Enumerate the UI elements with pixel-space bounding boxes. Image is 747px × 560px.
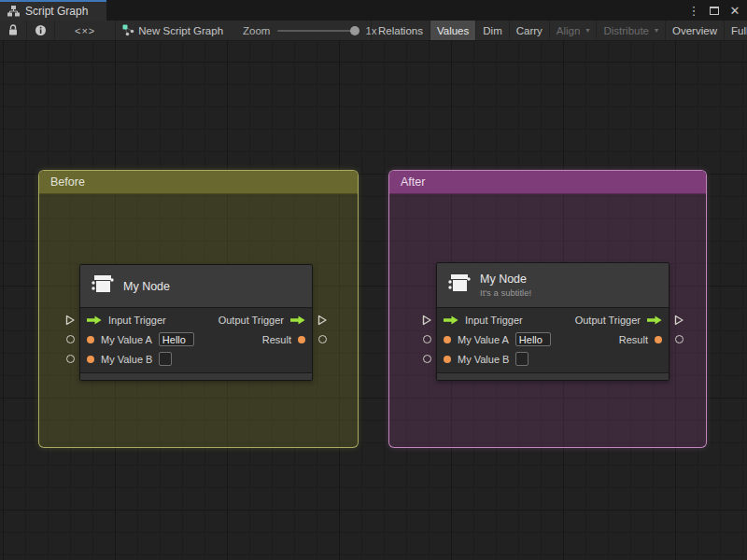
group-before-header[interactable]: Before xyxy=(39,171,358,194)
group-title: After xyxy=(401,175,425,189)
tab-script-graph[interactable]: Script Graph xyxy=(0,0,106,21)
port-label-result: Result xyxy=(619,334,648,345)
value-input-connector-icon[interactable] xyxy=(423,329,431,349)
flow-output-connector-icon[interactable] xyxy=(673,310,684,329)
graph-hierarchy-icon xyxy=(7,6,20,17)
flow-input-port-icon[interactable] xyxy=(444,315,458,325)
flow-input-connector-icon[interactable] xyxy=(421,310,432,329)
port-label-input-trigger: Input Trigger xyxy=(108,315,166,326)
port-label-my-value-a: My Value A xyxy=(101,334,152,345)
port-row-value-b: My Value B xyxy=(437,349,669,369)
node-title: My Node xyxy=(480,273,531,286)
flow-input-port-icon[interactable] xyxy=(87,315,102,325)
tab-bar: Script Graph ⋮ ✕ xyxy=(0,0,747,21)
edit-source-icon[interactable]: <×> xyxy=(55,21,115,40)
external-output-ports xyxy=(673,310,684,349)
value-output-connector-icon[interactable] xyxy=(318,329,327,349)
toolbar-button-dim[interactable]: Dim xyxy=(476,21,508,40)
group-after-header[interactable]: After xyxy=(389,171,706,194)
window-menu-icon[interactable]: ⋮ xyxy=(685,2,702,19)
my-value-a-input[interactable] xyxy=(159,332,194,346)
external-output-ports xyxy=(317,310,328,349)
zoom-control: Zoom 1x xyxy=(243,21,377,40)
node-title: My Node xyxy=(123,280,170,293)
value-input-connector-icon[interactable] xyxy=(423,349,431,369)
value-output-connector-icon[interactable] xyxy=(675,329,684,349)
unit-icon xyxy=(90,272,115,301)
flow-output-connector-icon[interactable] xyxy=(317,310,328,329)
flow-output-port-icon[interactable] xyxy=(647,315,662,325)
graph-toolbar: <×> New Script Graph Zoom xyxy=(0,21,747,41)
dropdown-arrow-icon: ▾ xyxy=(655,26,658,35)
close-icon[interactable]: ✕ xyxy=(726,2,743,19)
port-row-trigger: Input Trigger Output Trigger xyxy=(80,310,312,329)
external-input-ports xyxy=(64,310,76,369)
node-footer xyxy=(437,372,669,380)
toolbar-button-carry[interactable]: Carry xyxy=(510,21,549,40)
my-value-a-input[interactable] xyxy=(515,332,551,346)
graph-breadcrumb-button[interactable]: New Script Graph xyxy=(116,21,230,40)
zoom-slider[interactable] xyxy=(277,30,358,32)
external-input-ports xyxy=(421,310,432,369)
node-header[interactable]: My Node It's a subtitle! xyxy=(437,263,669,308)
port-label-output-trigger: Output Trigger xyxy=(575,315,641,326)
toolbar-button-full-screen[interactable]: Full Screen xyxy=(725,21,747,40)
my-value-b-input[interactable] xyxy=(515,352,529,366)
node-subtitle: It's a subtitle! xyxy=(480,287,531,298)
port-label-my-value-a: My Value A xyxy=(458,334,509,345)
value-output-port-icon[interactable] xyxy=(298,336,305,343)
graph-canvas[interactable]: Before After xyxy=(0,41,747,560)
value-input-connector-icon[interactable] xyxy=(66,329,75,349)
group-title: Before xyxy=(50,175,85,189)
value-input-port-icon[interactable] xyxy=(87,336,94,343)
flow-input-connector-icon[interactable] xyxy=(64,310,76,329)
zoom-label: Zoom xyxy=(243,25,270,36)
toolbar-button-overview[interactable]: Overview xyxy=(666,21,724,40)
dropdown-arrow-icon: ▾ xyxy=(585,26,589,35)
port-label-result: Result xyxy=(262,334,291,345)
toolbar-button-distribute[interactable]: Distribute ▾ xyxy=(597,21,665,40)
lock-icon[interactable] xyxy=(0,21,26,40)
value-input-connector-icon[interactable] xyxy=(66,349,75,369)
node-header[interactable]: My Node xyxy=(80,265,312,308)
port-row-value-a: My Value A Result xyxy=(80,329,312,349)
script-graph-window: Script Graph ⋮ ✕ xyxy=(0,0,747,560)
port-label-input-trigger: Input Trigger xyxy=(465,315,523,326)
port-label-my-value-b: My Value B xyxy=(101,354,152,365)
unit-icon xyxy=(446,271,472,300)
node-footer xyxy=(80,372,312,380)
graph-name-label: New Script Graph xyxy=(138,25,223,36)
port-row-trigger: Input Trigger Output Trigger xyxy=(437,310,669,329)
graph-nodes-icon xyxy=(122,24,134,36)
maximize-icon[interactable] xyxy=(706,2,723,19)
node-my-node-before[interactable]: My Node Input Trigger Output Trigger xyxy=(79,264,313,381)
port-label-my-value-b: My Value B xyxy=(458,354,509,365)
zoom-slider-knob[interactable] xyxy=(350,26,359,35)
my-value-b-input[interactable] xyxy=(159,352,172,366)
info-icon[interactable] xyxy=(27,21,54,40)
port-row-value-b: My Value B xyxy=(80,349,312,369)
toolbar-button-align[interactable]: Align ▾ xyxy=(550,21,597,40)
port-label-output-trigger: Output Trigger xyxy=(218,315,284,326)
value-input-port-icon[interactable] xyxy=(444,356,451,363)
tab-label: Script Graph xyxy=(25,5,88,18)
window-controls: ⋮ ✕ xyxy=(685,0,743,21)
value-input-port-icon[interactable] xyxy=(444,336,451,343)
toolbar-button-relations[interactable]: Relations xyxy=(372,21,430,40)
value-output-port-icon[interactable] xyxy=(655,336,662,343)
node-my-node-after[interactable]: My Node It's a subtitle! Input Trigger O… xyxy=(436,262,669,381)
port-row-value-a: My Value A Result xyxy=(437,329,669,349)
value-input-port-icon[interactable] xyxy=(87,356,94,363)
flow-output-port-icon[interactable] xyxy=(290,315,305,325)
toolbar-button-values[interactable]: Values xyxy=(430,21,475,40)
